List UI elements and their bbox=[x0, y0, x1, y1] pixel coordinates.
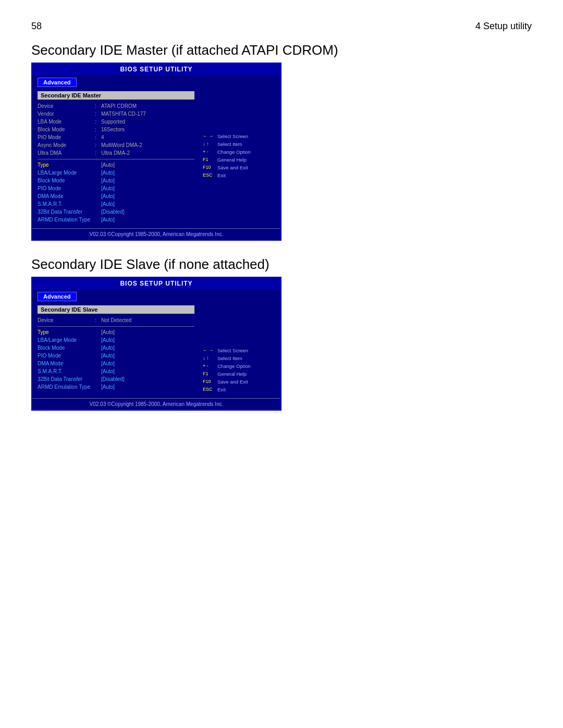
sidebar-key: ← →Select Screen bbox=[203, 133, 277, 140]
sidebar-key: ← →Select Screen bbox=[203, 347, 277, 354]
info-row: Ultra DMA:Ultra DMA-2 bbox=[38, 150, 194, 157]
bios-content-2: Secondary IDE Slave Device:Not Detected … bbox=[32, 301, 280, 398]
bios-box-1: BIOS SETUP UTILITY Advanced Secondary ID… bbox=[31, 63, 282, 241]
bios-sidebar-1: ← →Select Screen↓ ↑Select Item+ -Change … bbox=[200, 87, 280, 228]
bios-tab-bar-1: Advanced bbox=[32, 75, 280, 87]
config-row[interactable]: PIO Mode[Auto] bbox=[38, 185, 194, 192]
bios-sidebar-2: ← →Select Screen↓ ↑Select Item+ -Change … bbox=[200, 301, 280, 398]
info-row: Block Mode:16Sectors bbox=[38, 126, 194, 133]
config-row[interactable]: 32Bit Data Transfer[Disabled] bbox=[38, 376, 194, 383]
advanced-tab-2[interactable]: Advanced bbox=[38, 292, 77, 301]
section2-title: Secondary IDE Slave (if none attached) bbox=[31, 256, 532, 273]
bios-main-1: Secondary IDE Master Device:ATAPI CDROMV… bbox=[32, 87, 200, 228]
bios-footer-2: V02.03 ©Copyright 1985-2000, American Me… bbox=[32, 398, 280, 410]
config-row[interactable]: 32Bit Data Transfer[Disabled] bbox=[38, 208, 194, 216]
sidebar-key: F1General Help bbox=[203, 371, 277, 377]
section1-title: Secondary IDE Master (if attached ATAPI … bbox=[31, 42, 532, 58]
config-row[interactable]: ARMD Emulation Type[Auto] bbox=[38, 216, 194, 224]
bios-main-2: Secondary IDE Slave Device:Not Detected … bbox=[32, 301, 200, 398]
config-row[interactable]: Type[Auto] bbox=[38, 329, 194, 336]
config-row[interactable]: ARMD Emulation Type[Auto] bbox=[38, 384, 194, 391]
info-row: Device:Not Detected bbox=[38, 317, 194, 324]
config-row[interactable]: LBA/Large Mode[Auto] bbox=[38, 337, 194, 344]
sidebar-key: ESCExit bbox=[203, 386, 277, 393]
sidebar-key: ↓ ↑Select Item bbox=[203, 141, 277, 147]
config-row[interactable]: DMA Mode[Auto] bbox=[38, 360, 194, 367]
bios-panel-title-1: Secondary IDE Master bbox=[38, 91, 194, 100]
page-number: 58 bbox=[31, 21, 42, 32]
advanced-tab-1[interactable]: Advanced bbox=[38, 78, 77, 87]
config-row[interactable]: LBA/Large Mode[Auto] bbox=[38, 169, 194, 177]
sidebar-key: ESCExit bbox=[203, 172, 277, 179]
sidebar-key: + -Change Option bbox=[203, 363, 277, 369]
sidebar-key: F10Save and Exit bbox=[203, 164, 277, 171]
config-row[interactable]: Type[Auto] bbox=[38, 162, 194, 169]
sidebar-key: ↓ ↑Select Item bbox=[203, 355, 277, 362]
chapter-title: 4 Setup utility bbox=[475, 21, 532, 32]
bios-content-1: Secondary IDE Master Device:ATAPI CDROMV… bbox=[32, 87, 280, 228]
bios-tab-bar-2: Advanced bbox=[32, 289, 280, 301]
config-row[interactable]: S.M.A.R.T.[Auto] bbox=[38, 201, 194, 208]
bios-panel-title-2: Secondary IDE Slave bbox=[38, 305, 194, 314]
info-row: LBA Mode:Supported bbox=[38, 118, 194, 126]
bios-box-2: BIOS SETUP UTILITY Advanced Secondary ID… bbox=[31, 277, 282, 411]
config-row[interactable]: Block Mode[Auto] bbox=[38, 344, 194, 352]
bios-title-bar-1: BIOS SETUP UTILITY bbox=[32, 64, 280, 75]
bios-title-bar-2: BIOS SETUP UTILITY bbox=[32, 278, 280, 289]
config-row[interactable]: S.M.A.R.T.[Auto] bbox=[38, 368, 194, 375]
bios-footer-1: V02.03 ©Copyright 1985-2000, American Me… bbox=[32, 228, 280, 240]
info-row: Device:ATAPI CDROM bbox=[38, 103, 194, 110]
config-row[interactable]: DMA Mode[Auto] bbox=[38, 193, 194, 200]
info-row: Async Mode:MultiWord DMA-2 bbox=[38, 142, 194, 149]
config-row[interactable]: PIO Mode[Auto] bbox=[38, 352, 194, 360]
info-row: Vendor:MATSHITA CD-177 bbox=[38, 110, 194, 118]
sidebar-key: F1General Help bbox=[203, 156, 277, 163]
sidebar-key: F10Save and Exit bbox=[203, 378, 277, 385]
info-row: PIO Mode:4 bbox=[38, 134, 194, 141]
sidebar-key: + -Change Option bbox=[203, 149, 277, 155]
config-row[interactable]: Block Mode[Auto] bbox=[38, 177, 194, 184]
